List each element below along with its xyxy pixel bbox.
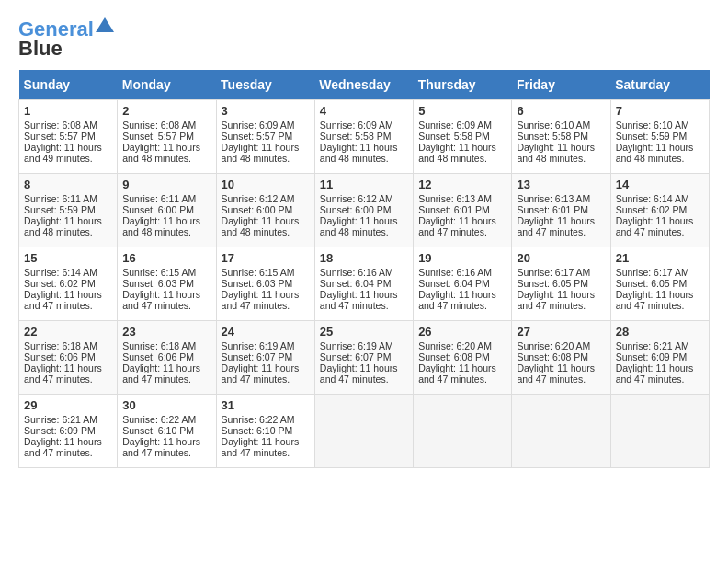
- daylight: Daylight: 11 hours and 48 minutes.: [222, 142, 300, 164]
- daylight: Daylight: 11 hours and 48 minutes.: [24, 215, 102, 237]
- sunrise: Sunrise: 6:10 AM: [517, 120, 590, 131]
- calendar-week-row: 1Sunrise: 6:08 AMSunset: 5:57 PMDaylight…: [19, 100, 710, 174]
- day-number: 26: [418, 325, 506, 339]
- sunrise: Sunrise: 6:20 AM: [418, 340, 492, 351]
- calendar-week-row: 22Sunrise: 6:18 AMSunset: 6:06 PMDayligh…: [19, 321, 710, 395]
- daylight: Daylight: 11 hours and 49 minutes.: [24, 142, 102, 164]
- sunset: Sunset: 6:03 PM: [222, 278, 293, 289]
- sunset: Sunset: 6:04 PM: [418, 278, 490, 289]
- sunset: Sunset: 6:01 PM: [418, 204, 490, 215]
- calendar-week-row: 8Sunrise: 6:11 AMSunset: 5:59 PMDaylight…: [19, 174, 710, 247]
- calendar-cell: 30Sunrise: 6:22 AMSunset: 6:10 PMDayligh…: [118, 395, 216, 468]
- daylight: Daylight: 11 hours and 47 minutes.: [24, 289, 102, 311]
- calendar-cell: 11Sunrise: 6:12 AMSunset: 6:00 PMDayligh…: [314, 174, 413, 247]
- sunset: Sunset: 6:05 PM: [616, 278, 688, 289]
- day-number: 5: [418, 104, 506, 118]
- calendar-cell: 21Sunrise: 6:17 AMSunset: 6:05 PMDayligh…: [610, 247, 709, 321]
- daylight: Daylight: 11 hours and 47 minutes.: [517, 289, 595, 311]
- daylight: Daylight: 11 hours and 47 minutes.: [24, 362, 102, 385]
- sunrise: Sunrise: 6:19 AM: [222, 340, 295, 351]
- day-number: 23: [122, 325, 210, 339]
- day-number: 28: [616, 325, 704, 339]
- day-number: 4: [320, 104, 408, 118]
- calendar-cell: 12Sunrise: 6:13 AMSunset: 6:01 PMDayligh…: [414, 174, 512, 247]
- calendar-cell: 9Sunrise: 6:11 AMSunset: 6:00 PMDaylight…: [118, 174, 216, 247]
- daylight: Daylight: 11 hours and 48 minutes.: [222, 215, 300, 237]
- sunset: Sunset: 6:06 PM: [24, 351, 96, 362]
- calendar-cell: 3Sunrise: 6:09 AMSunset: 5:57 PMDaylight…: [216, 100, 314, 174]
- daylight: Daylight: 11 hours and 47 minutes.: [616, 215, 694, 237]
- calendar-week-row: 29Sunrise: 6:21 AMSunset: 6:09 PMDayligh…: [19, 395, 710, 468]
- day-number: 25: [320, 325, 408, 339]
- day-number: 9: [122, 178, 210, 191]
- sunrise: Sunrise: 6:11 AM: [122, 193, 196, 204]
- calendar-cell: [314, 395, 413, 468]
- day-number: 8: [24, 178, 112, 191]
- day-number: 19: [418, 251, 506, 265]
- sunset: Sunset: 6:02 PM: [24, 278, 96, 289]
- calendar-cell: 7Sunrise: 6:10 AMSunset: 5:59 PMDaylight…: [610, 100, 709, 174]
- sunset: Sunset: 6:05 PM: [517, 278, 588, 289]
- sunset: Sunset: 6:07 PM: [320, 351, 392, 362]
- sunrise: Sunrise: 6:15 AM: [122, 267, 196, 278]
- sunset: Sunset: 6:07 PM: [222, 351, 293, 362]
- daylight: Daylight: 11 hours and 48 minutes.: [320, 215, 398, 237]
- day-header: Tuesday: [216, 70, 314, 100]
- sunset: Sunset: 5:58 PM: [418, 131, 490, 142]
- svg-marker-0: [96, 17, 114, 32]
- sunrise: Sunrise: 6:20 AM: [517, 340, 590, 351]
- sunset: Sunset: 6:08 PM: [418, 351, 490, 362]
- day-header: Sunday: [19, 70, 118, 100]
- sunset: Sunset: 5:57 PM: [122, 131, 194, 142]
- day-number: 30: [122, 398, 210, 412]
- sunset: Sunset: 6:10 PM: [222, 425, 293, 436]
- sunrise: Sunrise: 6:09 AM: [320, 120, 393, 131]
- calendar-table: SundayMondayTuesdayWednesdayThursdayFrid…: [18, 70, 710, 468]
- sunrise: Sunrise: 6:15 AM: [222, 267, 295, 278]
- day-number: 7: [616, 104, 704, 118]
- daylight: Daylight: 11 hours and 47 minutes.: [222, 289, 300, 311]
- day-number: 24: [222, 325, 310, 339]
- sunset: Sunset: 6:09 PM: [616, 351, 688, 362]
- sunrise: Sunrise: 6:16 AM: [418, 267, 492, 278]
- sunrise: Sunrise: 6:09 AM: [222, 120, 295, 131]
- day-number: 2: [122, 104, 210, 118]
- calendar-cell: [512, 395, 610, 468]
- daylight: Daylight: 11 hours and 47 minutes.: [122, 436, 200, 458]
- day-number: 6: [517, 104, 605, 118]
- daylight: Daylight: 11 hours and 47 minutes.: [418, 289, 496, 311]
- calendar-cell: [414, 395, 512, 468]
- calendar-header-row: SundayMondayTuesdayWednesdayThursdayFrid…: [19, 70, 710, 100]
- daylight: Daylight: 11 hours and 47 minutes.: [418, 215, 496, 237]
- day-header: Monday: [118, 70, 216, 100]
- calendar-cell: 27Sunrise: 6:20 AMSunset: 6:08 PMDayligh…: [512, 321, 610, 395]
- daylight: Daylight: 11 hours and 47 minutes.: [418, 362, 496, 385]
- daylight: Daylight: 11 hours and 48 minutes.: [122, 215, 200, 237]
- day-number: 20: [517, 251, 605, 265]
- sunset: Sunset: 6:10 PM: [122, 425, 194, 436]
- calendar-cell: 19Sunrise: 6:16 AMSunset: 6:04 PMDayligh…: [414, 247, 512, 321]
- sunrise: Sunrise: 6:17 AM: [616, 267, 689, 278]
- calendar-cell: 13Sunrise: 6:13 AMSunset: 6:01 PMDayligh…: [512, 174, 610, 247]
- sunset: Sunset: 5:57 PM: [24, 131, 96, 142]
- day-number: 29: [24, 398, 112, 412]
- day-number: 22: [24, 325, 112, 339]
- sunset: Sunset: 6:00 PM: [222, 204, 293, 215]
- sunrise: Sunrise: 6:17 AM: [517, 267, 590, 278]
- day-header: Saturday: [610, 70, 709, 100]
- sunset: Sunset: 6:09 PM: [24, 425, 96, 436]
- calendar-cell: 17Sunrise: 6:15 AMSunset: 6:03 PMDayligh…: [216, 247, 314, 321]
- day-number: 13: [517, 178, 605, 191]
- sunset: Sunset: 6:04 PM: [320, 278, 392, 289]
- sunrise: Sunrise: 6:13 AM: [418, 193, 492, 204]
- calendar-cell: 4Sunrise: 6:09 AMSunset: 5:58 PMDaylight…: [314, 100, 413, 174]
- calendar-cell: 31Sunrise: 6:22 AMSunset: 6:10 PMDayligh…: [216, 395, 314, 468]
- daylight: Daylight: 11 hours and 47 minutes.: [517, 362, 595, 385]
- sunset: Sunset: 5:59 PM: [616, 131, 688, 142]
- sunrise: Sunrise: 6:18 AM: [122, 340, 196, 351]
- sunrise: Sunrise: 6:11 AM: [24, 193, 97, 204]
- daylight: Daylight: 11 hours and 48 minutes.: [517, 142, 595, 164]
- daylight: Daylight: 11 hours and 48 minutes.: [320, 142, 398, 164]
- sunset: Sunset: 5:58 PM: [320, 131, 392, 142]
- sunrise: Sunrise: 6:12 AM: [320, 193, 393, 204]
